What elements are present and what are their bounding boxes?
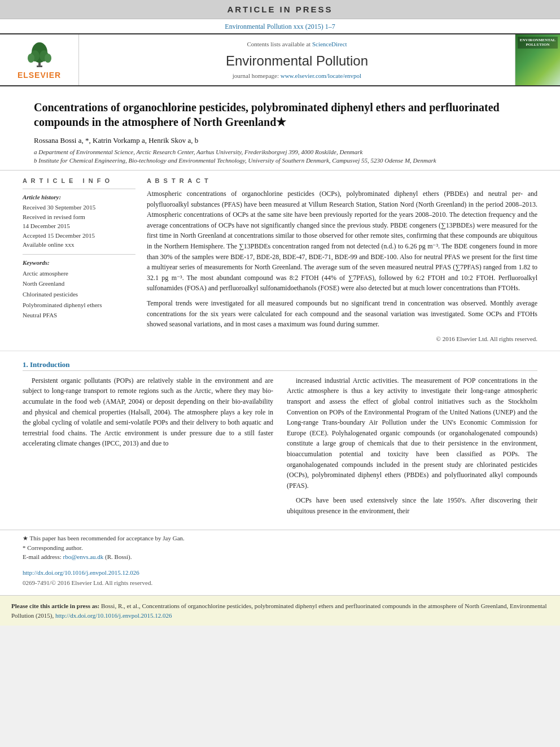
intro-right-para2: OCPs have been used extensively since th… — [287, 495, 537, 516]
top-banner: ARTICLE IN PRESS — [0, 0, 560, 19]
intro-left-col: Persistent organic pollutants (POPs) are… — [23, 375, 273, 521]
abstract-col: A B S T R A C T Atmospheric concentratio… — [147, 177, 537, 344]
email-link[interactable]: rbo@envs.au.dk — [63, 553, 103, 560]
journal-reference: Environmental Pollution xxx (2015) 1–7 — [0, 19, 560, 33]
online-date: Available online xxx — [23, 240, 135, 250]
contents-available-label: Contents lists available at — [247, 41, 310, 47]
journal-cover-image: ENVIRONMENTALPOLLUTION — [515, 34, 560, 85]
footnotes-area: ★ This paper has been recommended for ac… — [0, 530, 560, 567]
article-history-title: Article history: — [23, 194, 135, 200]
body-section: 1. Introduction Persistent organic pollu… — [0, 351, 560, 530]
affil-a-text: a Department of Environmental Science, A… — [34, 148, 362, 155]
journal-homepage-line: journal homepage: www.elsevier.com/locat… — [233, 72, 361, 79]
accepted-date: Accepted 15 December 2015 — [23, 231, 135, 241]
revised-date: 14 December 2015 — [23, 221, 135, 231]
info-abstract-section: A R T I C L E I N F O Article history: R… — [0, 171, 560, 351]
intro-section-title: 1. Introduction — [23, 360, 537, 371]
journal-title-area: Contents lists available at ScienceDirec… — [79, 34, 515, 85]
keyword-3: Chlorinated pesticides — [23, 289, 135, 300]
affiliation-b: b Institute for Chemical Engineering, Bi… — [34, 157, 526, 164]
elsevier-logo-area: ELSEVIER — [0, 34, 79, 85]
email-label: E-mail address: — [23, 553, 63, 560]
science-direct-link[interactable]: ScienceDirect — [312, 41, 347, 47]
info-divider — [23, 254, 135, 255]
journal-main-title: Environmental Pollution — [226, 53, 368, 69]
keyword-2: North Greenland — [23, 278, 135, 289]
intro-right-para: increased industrial Arctic activities. … — [287, 375, 537, 491]
footnote-corresponding: * Corresponding author. — [23, 544, 537, 551]
intro-right-text: increased industrial Arctic activities. … — [287, 375, 537, 517]
science-direct-line: Contents lists available at ScienceDirec… — [247, 41, 347, 47]
abstract-text: Atmospheric concentrations of organochlo… — [147, 189, 537, 344]
authors-text: Rossana Bossi a, *, Katrin Vorkamp a, He… — [34, 136, 198, 145]
article-in-press-label: ARTICLE IN PRESS — [227, 5, 333, 14]
article-main-title: Concentrations of organochlorine pestici… — [34, 100, 526, 129]
received-date: Received 30 September 2015 — [23, 203, 135, 212]
footnote-email: E-mail address: rbo@envs.au.dk (R. Bossi… — [23, 553, 537, 560]
footnote-star: ★ This paper has been recommended for ac… — [23, 535, 537, 542]
email-name: (R. Bossi). — [103, 553, 132, 560]
please-cite-label: Please cite this article in press as: — [11, 602, 101, 609]
citation-doi-link[interactable]: http://dx.doi.org/10.1016/j.envpol.2015.… — [55, 612, 172, 619]
affiliation-a: a Department of Environmental Science, A… — [34, 148, 526, 155]
svg-rect-6 — [37, 65, 42, 67]
citation-bar: Please cite this article in press as: Bo… — [0, 595, 560, 626]
svg-point-4 — [28, 54, 34, 63]
abstract-heading: A B S T R A C T — [147, 177, 537, 184]
doi-link[interactable]: http://dx.doi.org/10.1016/j.envpol.2015.… — [23, 569, 139, 576]
intro-left-text: Persistent organic pollutants (POPs) are… — [23, 375, 273, 449]
elsevier-tree-icon — [23, 40, 56, 68]
doi-line: http://dx.doi.org/10.1016/j.envpol.2015.… — [0, 567, 560, 578]
svg-point-5 — [45, 54, 51, 63]
abstract-paragraph-2: Temporal trends were investigated for al… — [147, 298, 537, 330]
homepage-label: journal homepage: — [233, 72, 279, 79]
copyright-line: © 2016 Elsevier Ltd. All rights reserved… — [147, 334, 537, 344]
article-info-col: A R T I C L E I N F O Article history: R… — [23, 177, 135, 344]
article-history-block: Article history: Received 30 September 2… — [23, 189, 135, 321]
keywords-title: Keywords: — [23, 259, 135, 266]
affil-b-text: b Institute for Chemical Engineering, Bi… — [34, 157, 436, 164]
homepage-url[interactable]: www.elsevier.com/locate/envpol — [281, 72, 361, 79]
intro-two-col: Persistent organic pollutants (POPs) are… — [23, 375, 537, 521]
page-wrapper: ARTICLE IN PRESS Environmental Pollution… — [0, 0, 560, 626]
journal-ref-text: Environmental Pollution xxx (2015) 1–7 — [225, 23, 335, 30]
keyword-1: Arctic atmosphere — [23, 268, 135, 279]
revised-label: Received in revised form — [23, 212, 135, 222]
article-info-heading: A R T I C L E I N F O — [23, 177, 135, 184]
authors-line: Rossana Bossi a, *, Katrin Vorkamp a, He… — [34, 136, 526, 145]
keyword-5: Neutral PFAS — [23, 310, 135, 321]
intro-right-col: increased industrial Arctic activities. … — [287, 375, 537, 521]
intro-left-para: Persistent organic pollutants (POPs) are… — [23, 375, 273, 449]
elsevier-brand-text: ELSEVIER — [18, 71, 61, 80]
rights-line: 0269-7491/© 2016 Elsevier Ltd. All right… — [0, 578, 560, 591]
journal-cover-label: ENVIRONMENTALPOLLUTION — [518, 37, 558, 49]
journal-header: ELSEVIER Contents lists available at Sci… — [0, 33, 560, 86]
keyword-4: Polybrominated diphenyl ethers — [23, 300, 135, 311]
abstract-paragraph-1: Atmospheric concentrations of organochlo… — [147, 189, 537, 294]
article-title-section: Concentrations of organochlorine pestici… — [0, 91, 560, 171]
